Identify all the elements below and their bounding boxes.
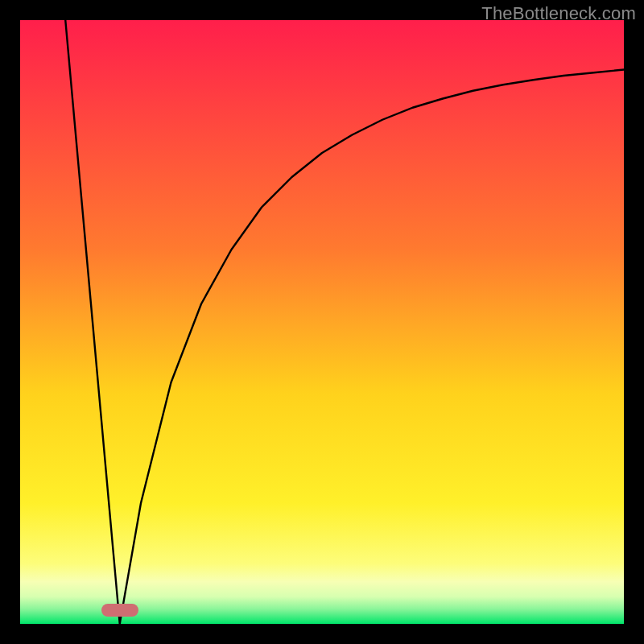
- bottleneck-curve: [20, 20, 624, 624]
- watermark-label: TheBottleneck.com: [481, 3, 636, 24]
- minimum-marker: [101, 604, 138, 617]
- chart-frame: TheBottleneck.com: [0, 0, 644, 644]
- plot-area: [20, 20, 624, 624]
